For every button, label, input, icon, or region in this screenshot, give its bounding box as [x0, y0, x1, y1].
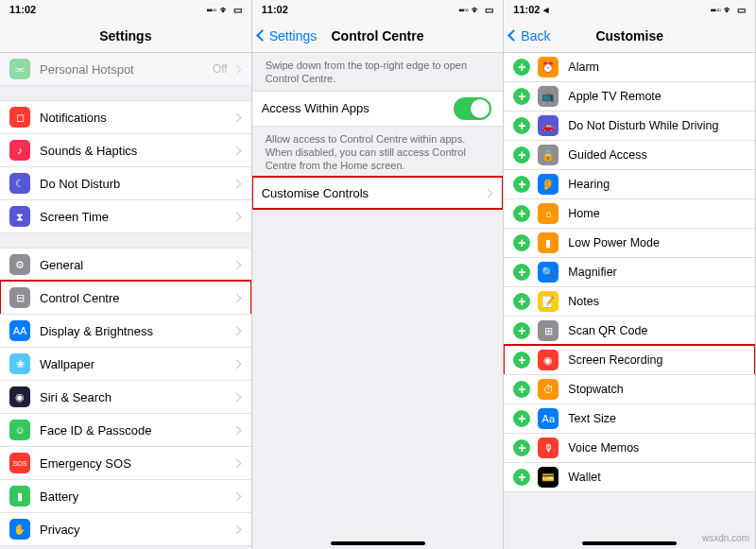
status-time: 11:02: [262, 4, 288, 15]
add-button[interactable]: +: [513, 59, 530, 76]
status-right: ▪▪▫▫ ᯤ ▭: [711, 5, 746, 15]
control-row-screen-recording[interactable]: +◉Screen Recording: [504, 345, 755, 375]
controls-list[interactable]: +⏰Alarm+📺Apple TV Remote+🚗Do Not Disturb…: [504, 53, 755, 549]
row-display-brightness[interactable]: AADisplay & Brightness: [0, 314, 251, 348]
chevron-right-icon: [232, 359, 241, 369]
add-button[interactable]: +: [513, 352, 530, 369]
row-label: Customise Controls: [262, 186, 486, 200]
status-time: 11:02: [9, 4, 36, 15]
row-icon: ♪: [9, 140, 30, 161]
control-centre-content: Swipe down from the top-right edge to op…: [252, 53, 504, 549]
control-label: Do Not Disturb While Driving: [568, 119, 744, 132]
control-row-low-power-mode[interactable]: +▮Low Power Mode: [504, 228, 755, 258]
chevron-right-icon: [232, 112, 241, 122]
control-icon: 🔍: [538, 262, 558, 283]
control-icon: Aa: [538, 408, 558, 429]
home-indicator[interactable]: [582, 541, 677, 545]
row-label: Control Centre: [40, 291, 233, 305]
add-button[interactable]: +: [513, 469, 530, 486]
add-button[interactable]: +: [513, 205, 530, 222]
control-row-alarm[interactable]: +⏰Alarm: [504, 53, 755, 82]
row-customise-controls[interactable]: Customise Controls: [252, 177, 504, 209]
row-notifications[interactable]: ◻︎Notifications: [0, 100, 251, 134]
control-label: Notes: [568, 295, 744, 308]
row-label: Notifications: [40, 111, 233, 125]
control-row-guided-access[interactable]: +🔒Guided Access: [504, 140, 755, 170]
wifi-icon: ᯤ: [220, 5, 230, 15]
add-button[interactable]: +: [513, 322, 530, 339]
row-icon: ☺: [9, 420, 30, 440]
row-siri-search[interactable]: ◉Siri & Search: [0, 380, 251, 414]
row-icon: SOS: [9, 453, 30, 473]
status-bar: 11:02 ▪▪▫▫ ᯤ ▭: [0, 0, 251, 19]
signal-icon: ▪▪▫▫: [206, 5, 215, 15]
chevron-right-icon: [232, 491, 241, 501]
battery-icon: ▭: [485, 5, 493, 15]
control-row-stopwatch[interactable]: +⏱Stopwatch: [504, 374, 755, 404]
control-label: Screen Recording: [568, 353, 744, 367]
control-label: Low Power Mode: [568, 236, 744, 249]
back-button[interactable]: Settings: [258, 28, 318, 43]
control-row-magnifier[interactable]: +🔍Magnifier: [504, 257, 755, 287]
add-button[interactable]: +: [513, 176, 530, 193]
control-row-wallet[interactable]: +💳Wallet: [504, 462, 755, 492]
control-icon: 📺: [538, 86, 558, 107]
control-row-text-size[interactable]: +AaText Size: [504, 403, 755, 434]
control-icon: ▮: [538, 232, 558, 253]
add-button[interactable]: +: [513, 234, 530, 251]
back-button[interactable]: Back: [509, 28, 550, 43]
add-button[interactable]: +: [513, 146, 530, 163]
control-row-hearing[interactable]: +👂Hearing: [504, 169, 755, 199]
add-button[interactable]: +: [513, 117, 530, 134]
row-access-within-apps[interactable]: Access Within Apps: [252, 91, 504, 127]
control-row-notes[interactable]: +📝Notes: [504, 286, 755, 317]
row-battery[interactable]: ▮Battery: [0, 479, 251, 513]
add-button[interactable]: +: [513, 88, 530, 105]
add-button[interactable]: +: [513, 381, 530, 398]
row-screen-time[interactable]: ⧗Screen Time: [0, 199, 251, 233]
chevron-right-icon: [232, 392, 241, 402]
control-row-scan-qr-code[interactable]: +⊞Scan QR Code: [504, 316, 755, 346]
row-privacy[interactable]: ✋Privacy: [0, 512, 251, 546]
chevron-right-icon: [232, 146, 241, 155]
add-button[interactable]: +: [513, 264, 530, 281]
control-icon: ◉: [538, 350, 558, 370]
settings-list[interactable]: ⫘ Personal Hotspot Off ◻︎Notifications♪S…: [0, 53, 251, 549]
row-face-id-passcode[interactable]: ☺Face ID & Passcode: [0, 413, 251, 447]
control-row-home[interactable]: +⌂Home: [504, 198, 755, 229]
row-icon: ☾: [9, 173, 30, 194]
row-emergency-sos[interactable]: SOSEmergency SOS: [0, 446, 251, 480]
info-note: Swipe down from the top-right edge to op…: [252, 53, 504, 92]
control-label: Apple TV Remote: [568, 90, 744, 103]
row-label: Face ID & Passcode: [40, 423, 233, 437]
toggle-access[interactable]: [454, 97, 491, 120]
chevron-right-icon: [232, 458, 241, 468]
info-note: Allow access to Control Centre within ap…: [252, 127, 504, 179]
row-do-not-disturb[interactable]: ☾Do Not Disturb: [0, 166, 251, 200]
row-sounds-haptics[interactable]: ♪Sounds & Haptics: [0, 133, 251, 167]
add-button[interactable]: +: [513, 293, 530, 310]
control-row-do-not-disturb-while-driving[interactable]: +🚗Do Not Disturb While Driving: [504, 111, 755, 141]
chevron-right-icon: [232, 260, 241, 269]
control-icon: 🎙: [538, 437, 558, 458]
add-button[interactable]: +: [513, 439, 530, 456]
add-button[interactable]: +: [513, 410, 530, 427]
customise-panel: 11:02 ◂ ▪▪▫▫ ᯤ ▭ Back Customise +⏰Alarm+…: [504, 0, 756, 549]
battery-icon: ▭: [737, 5, 746, 15]
control-row-apple-tv-remote[interactable]: +📺Apple TV Remote: [504, 81, 755, 112]
row-icon: ⚙: [9, 254, 30, 275]
row-control-centre[interactable]: ⊟Control Centre: [0, 281, 251, 315]
row-icon: ◉: [9, 386, 30, 407]
row-general[interactable]: ⚙General: [0, 248, 251, 282]
chevron-right-icon: [232, 64, 241, 74]
chevron-right-icon: [484, 189, 493, 198]
row-wallpaper[interactable]: ❀Wallpaper: [0, 347, 251, 381]
back-label: Settings: [269, 28, 318, 43]
home-indicator[interactable]: [331, 541, 425, 545]
row-label: General: [40, 258, 233, 272]
page-title: Control Centre: [332, 28, 424, 43]
back-label: Back: [521, 28, 550, 43]
row-personal-hotspot[interactable]: ⫘ Personal Hotspot Off: [0, 53, 251, 86]
row-label: Emergency SOS: [40, 456, 233, 471]
control-row-voice-memos[interactable]: +🎙Voice Memos: [504, 433, 755, 463]
